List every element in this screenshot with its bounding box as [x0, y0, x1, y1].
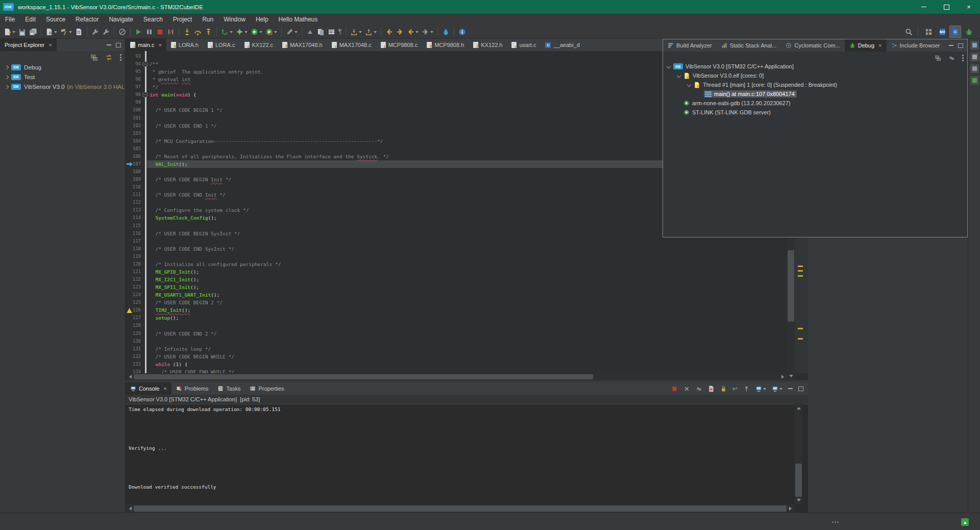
toolbar-terminate-button[interactable] — [155, 26, 165, 37]
scrollbar-thumb[interactable] — [788, 250, 794, 322]
minimized-documents-view-button[interactable] — [970, 64, 979, 73]
tab-project-explorer[interactable]: Project Explorer × — [0, 39, 57, 51]
console-output[interactable]: Time elapsed during download operation: … — [126, 404, 795, 504]
console-word-wrap-button[interactable]: ↩ — [732, 383, 738, 394]
debug-tree-item[interactable]: main() at main.c:107 0x8004174 — [698, 89, 797, 99]
menu-navigate[interactable]: Navigate — [104, 14, 138, 25]
toolbar-new-wizard-button[interactable] — [3, 26, 16, 37]
close-icon[interactable]: × — [48, 42, 52, 48]
editor-tab-kx122-h[interactable]: hKX122.h — [469, 39, 507, 51]
toolbar-save-all-button[interactable] — [28, 26, 38, 37]
scrollbar-thumb[interactable] — [795, 464, 802, 497]
editor-tab-aeabi-d[interactable]: C__aeabi_d — [541, 39, 584, 51]
toolbar-open-summary-button[interactable] — [327, 26, 336, 37]
toolbar-back-button[interactable] — [406, 26, 420, 37]
minimized-outline-view-button[interactable] — [970, 41, 979, 50]
menu-edit[interactable]: Edit — [20, 14, 41, 25]
toolbar-skip-all-breakpoints-button[interactable] — [117, 26, 127, 37]
menu-help[interactable]: Help — [251, 14, 274, 25]
debug-tree-item[interactable]: ST-LINK (ST-LINK GDB server) — [677, 108, 771, 117]
toolbar-next-edit-location-button[interactable] — [395, 26, 405, 37]
minimize-button[interactable] — [913, 0, 935, 14]
debug-tab-include-browser[interactable]: Include Browser — [887, 39, 945, 52]
chevron-down-icon[interactable] — [687, 83, 691, 87]
toolbar-last-edit-location-button[interactable] — [384, 26, 394, 37]
scroll-left-button[interactable] — [126, 504, 133, 513]
scrollbar-thumb[interactable] — [134, 505, 787, 512]
maximize-view-icon[interactable] — [958, 43, 963, 48]
debug-tree-item[interactable]: Thread #1 [main] 1 [core: 0] (Suspended … — [688, 80, 837, 89]
toolbar-build-settings-button[interactable] — [44, 26, 58, 37]
debug-perspective-button[interactable] — [962, 26, 976, 38]
toolbar-step-return-button[interactable] — [204, 26, 213, 37]
chevron-right-icon[interactable] — [5, 75, 9, 79]
occurrence-marker[interactable] — [798, 270, 803, 272]
menu-hello-matheus[interactable]: Hello Matheus — [274, 14, 323, 25]
toolbar-step-into-button[interactable] — [182, 26, 192, 37]
minimized-build-targets-view-button[interactable] — [970, 53, 979, 61]
trim-overflow-dots[interactable] — [832, 521, 834, 523]
toolbar-import-button[interactable] — [349, 26, 363, 37]
toolbar-run-configuration-button[interactable] — [90, 26, 100, 37]
close-icon[interactable]: × — [158, 42, 161, 48]
project-explorer-tree[interactable]: IDEDebugIDETestIDEVibSensor V3.0 (in Vib… — [0, 62, 125, 513]
build-settings-dropdown-arrow[interactable] — [54, 31, 57, 35]
scroll-left-button[interactable] — [126, 373, 133, 380]
debug-tree-item[interactable]: VibSensor V3.0.elf [cores: 0] — [677, 71, 764, 80]
occurrence-marker[interactable] — [798, 275, 803, 277]
console-terminate-console-button[interactable] — [671, 383, 678, 394]
console-scroll-lock-button[interactable] — [720, 383, 727, 394]
editor-tab-lora-c[interactable]: cLORA.c — [203, 39, 240, 51]
explorer-view-menu-button[interactable] — [119, 52, 122, 63]
editor-tab-lora-h[interactable]: hLORA.h — [166, 39, 203, 51]
cpp-perspective-button[interactable]: C — [949, 26, 961, 38]
toolbar-device-configuration-tool-button[interactable] — [441, 26, 451, 37]
forward-dropdown-arrow[interactable] — [430, 31, 433, 35]
console-tab-properties[interactable]: Properties — [245, 382, 288, 395]
menu-run[interactable]: Run — [197, 14, 218, 25]
console-open-console-button[interactable] — [771, 383, 783, 394]
toolbar-build-button[interactable] — [59, 26, 73, 37]
editor-tab-kx122-c[interactable]: cKX122.c — [240, 39, 278, 51]
toolbar-suspend-button[interactable] — [144, 26, 154, 37]
occurrence-marker[interactable] — [798, 338, 803, 340]
console-vertical-scrollbar[interactable] — [795, 404, 802, 504]
toolbar-step-over-button[interactable] — [193, 26, 203, 37]
export-dropdown-arrow[interactable] — [374, 31, 377, 35]
console-tab-console[interactable]: Console× — [126, 382, 172, 395]
display-selected-console-dropdown-arrow[interactable] — [763, 388, 766, 392]
open-perspective-button[interactable] — [922, 26, 936, 38]
maximize-button[interactable] — [935, 0, 958, 14]
scroll-down-button[interactable] — [795, 498, 802, 504]
occurrence-marker[interactable] — [798, 328, 803, 329]
debug-tree-item[interactable]: arm-none-eabi-gdb (13.2.90.20230627) — [677, 99, 791, 108]
toolbar-show-whitespace-button[interactable]: ¶ — [337, 26, 342, 37]
project-item-debug[interactable]: IDEDebug — [0, 62, 125, 72]
fold-collapse-icon[interactable] — [142, 61, 148, 67]
toolbar-next-annotation-button[interactable] — [305, 26, 315, 37]
chevron-down-icon[interactable] — [677, 74, 681, 78]
toolbar-information-button[interactable] — [457, 26, 467, 37]
menu-refactor[interactable]: Refactor — [70, 14, 104, 25]
menu-project[interactable]: Project — [168, 14, 197, 25]
menu-search[interactable]: Search — [138, 14, 168, 25]
explorer-collapse-all-button[interactable] — [89, 52, 99, 63]
debug-launch-tree[interactable]: IDEVibSensor V3.0 [STM32 C/C++ Applicati… — [663, 62, 967, 237]
toolbar-restart-button[interactable] — [220, 26, 234, 37]
scroll-right-button[interactable] — [780, 373, 787, 380]
console-horizontal-scrollbar[interactable] — [126, 504, 795, 513]
chevron-down-icon[interactable] — [667, 64, 671, 68]
project-item-vibsensor-v3-0[interactable]: IDEVibSensor V3.0 (in VibSensor 3.0 HAL) — [0, 82, 125, 91]
run-last-dropdown-arrow[interactable] — [259, 31, 262, 35]
project-item-test[interactable]: IDETest — [0, 72, 125, 82]
toolbar-profile-last-button[interactable] — [264, 26, 278, 37]
toolbar-external-tools-button[interactable] — [285, 26, 299, 37]
toolbar-terminate-relaunch-button[interactable] — [166, 26, 176, 37]
scrollbar-thumb[interactable] — [134, 374, 593, 379]
back-dropdown-arrow[interactable] — [415, 31, 419, 35]
editor-tab-mcp9808-h[interactable]: hMCP9808.h — [422, 39, 469, 51]
console-display-selected-console-button[interactable] — [755, 383, 767, 394]
debug-tree-item[interactable]: IDEVibSensor V3.0 [STM32 C/C++ Applicati… — [667, 62, 794, 71]
debug-tab-static-stack-anal[interactable]: Static Stack Anal... — [717, 39, 781, 52]
debug-tab-build-analyzer[interactable]: Build Analyzer — [663, 39, 717, 52]
